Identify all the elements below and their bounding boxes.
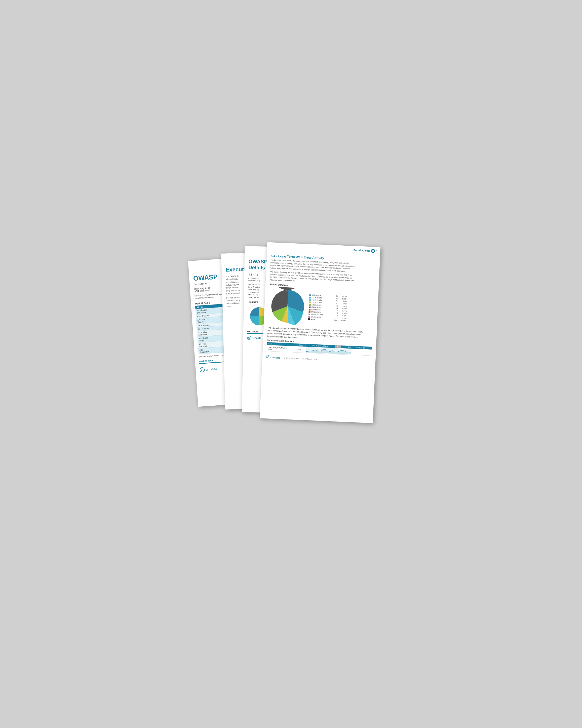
brand-logo-front: SecurityCenter SC ™ (353, 248, 377, 253)
brand-tm-front: ™ (376, 250, 377, 252)
tenable-logo-back (199, 367, 205, 372)
subnet-pie-chart (268, 287, 307, 326)
footer-page-front: OWASP Top 10 239 (300, 358, 317, 360)
brand-name-front: SecurityCenter (353, 249, 370, 252)
legend-pct-11: 50.46% (338, 319, 346, 322)
legend-count-7: 7 (330, 309, 338, 312)
legend-count-1: 927 (332, 295, 338, 298)
legend-count-11: 2087 (330, 319, 337, 321)
legend-color-3 (309, 299, 311, 301)
legend-color-11 (308, 318, 310, 320)
event-name-cell: Long_Term_Web_Error_Activity (266, 345, 296, 352)
chart-area: 10.31.15.0/24 927 22.31% 172.26.22.0/24 … (268, 287, 374, 329)
svg-point-0 (201, 369, 203, 371)
tenable-name-back: tenable (206, 367, 217, 371)
legend-color-8 (309, 311, 310, 313)
legend-count-8: 6 (330, 312, 338, 315)
footer-label-front: OWASP Web Events (284, 357, 299, 360)
tenable-footer-front: tenable OWASP Web Events OWASP Top 10 23… (266, 355, 317, 361)
chart-legend: 10.31.15.0/24 927 22.31% 172.26.22.0/24 … (308, 294, 347, 322)
legend-color-7 (309, 309, 310, 311)
brand-badge-front: SC (371, 249, 375, 253)
legend-color-10 (308, 316, 310, 318)
tenable-name-front: tenable (271, 356, 280, 359)
legend-count-6: 11 (331, 307, 338, 310)
legend-color-2 (309, 297, 311, 298)
legend-count-3: 230 (331, 300, 338, 303)
card-content-front: 5.4 - Long Term Web Error Activity The L… (262, 249, 380, 366)
tenable-logo-front (266, 355, 270, 359)
col-count: Count (296, 343, 306, 346)
legend-count-4: 167 (331, 302, 338, 305)
legend-count-5: 63 (331, 305, 338, 307)
front-card-footer: tenable OWASP Web Events OWASP Top 10 23… (266, 354, 372, 364)
web-error-activity-card: SecurityCenter SC ™ 5.4 - Long Term Web … (259, 242, 380, 423)
svg-point-4 (267, 356, 269, 358)
legend-color-5 (309, 304, 311, 306)
tenable-name-second: tenable (253, 336, 261, 339)
legend-color-4 (309, 302, 311, 303)
col-to: to (335, 345, 341, 348)
document-stack: SecurityCenter SC ™ OWASP December 13, 2… (193, 242, 389, 486)
legend-count-10: 4 (330, 317, 338, 319)
event-count-cell: 1039 (296, 346, 305, 353)
legend-color-1 (309, 294, 311, 296)
legend-count-2: 639 (331, 297, 338, 300)
svg-point-2 (248, 337, 250, 338)
legend-count-9: 5 (330, 314, 338, 317)
tenable-logo-second (247, 336, 251, 340)
legend-color-6 (309, 306, 311, 308)
legend-color-9 (308, 314, 310, 315)
